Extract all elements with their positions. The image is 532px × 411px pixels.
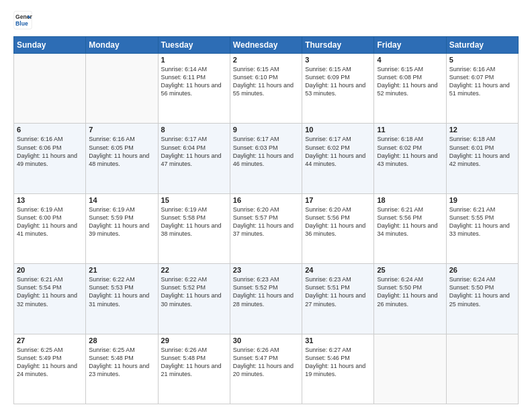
day-info: Sunrise: 6:17 AM Sunset: 6:04 PM Dayligh… xyxy=(161,135,227,168)
header: General Blue xyxy=(13,11,519,30)
day-number: 2 xyxy=(233,56,299,64)
weekday-header: Sunday xyxy=(14,37,86,54)
day-info: Sunrise: 6:16 AM Sunset: 6:05 PM Dayligh… xyxy=(89,135,154,168)
day-info: Sunrise: 6:26 AM Sunset: 5:47 PM Dayligh… xyxy=(233,346,299,379)
day-info: Sunrise: 6:17 AM Sunset: 6:02 PM Dayligh… xyxy=(305,135,371,168)
weekday-header: Tuesday xyxy=(158,37,230,54)
calendar-cell: 7Sunrise: 6:16 AM Sunset: 6:05 PM Daylig… xyxy=(86,124,158,193)
calendar-cell: 8Sunrise: 6:17 AM Sunset: 6:04 PM Daylig… xyxy=(158,124,230,193)
calendar-cell: 6Sunrise: 6:16 AM Sunset: 6:06 PM Daylig… xyxy=(14,124,86,193)
calendar-week-row: 20Sunrise: 6:21 AM Sunset: 5:54 PM Dayli… xyxy=(14,264,519,334)
day-info: Sunrise: 6:21 AM Sunset: 5:55 PM Dayligh… xyxy=(449,205,515,238)
day-info: Sunrise: 6:17 AM Sunset: 6:03 PM Dayligh… xyxy=(233,135,299,168)
day-number: 22 xyxy=(161,266,227,274)
day-info: Sunrise: 6:14 AM Sunset: 6:11 PM Dayligh… xyxy=(161,65,227,98)
day-info: Sunrise: 6:25 AM Sunset: 5:48 PM Dayligh… xyxy=(89,346,154,379)
day-info: Sunrise: 6:26 AM Sunset: 5:48 PM Dayligh… xyxy=(161,346,227,379)
calendar-cell: 17Sunrise: 6:20 AM Sunset: 5:56 PM Dayli… xyxy=(302,193,374,263)
calendar-header-row: SundayMondayTuesdayWednesdayThursdayFrid… xyxy=(14,37,519,54)
day-info: Sunrise: 6:22 AM Sunset: 5:53 PM Dayligh… xyxy=(89,275,154,308)
day-number: 31 xyxy=(305,336,371,345)
calendar-cell: 25Sunrise: 6:24 AM Sunset: 5:50 PM Dayli… xyxy=(374,264,446,334)
svg-text:Blue: Blue xyxy=(15,20,28,27)
day-number: 16 xyxy=(233,196,299,204)
calendar-week-row: 6Sunrise: 6:16 AM Sunset: 6:06 PM Daylig… xyxy=(14,124,519,193)
calendar-cell: 14Sunrise: 6:19 AM Sunset: 5:59 PM Dayli… xyxy=(86,193,158,263)
day-info: Sunrise: 6:19 AM Sunset: 5:59 PM Dayligh… xyxy=(89,205,154,238)
calendar-week-row: 1Sunrise: 6:14 AM Sunset: 6:11 PM Daylig… xyxy=(14,54,519,124)
day-info: Sunrise: 6:15 AM Sunset: 6:09 PM Dayligh… xyxy=(305,65,371,98)
calendar-cell: 19Sunrise: 6:21 AM Sunset: 5:55 PM Dayli… xyxy=(446,193,518,263)
day-number: 29 xyxy=(161,336,227,345)
calendar-cell: 30Sunrise: 6:26 AM Sunset: 5:47 PM Dayli… xyxy=(230,334,302,404)
logo-icon: General Blue xyxy=(13,11,32,30)
day-info: Sunrise: 6:20 AM Sunset: 5:56 PM Dayligh… xyxy=(305,205,371,238)
calendar-table: SundayMondayTuesdayWednesdayThursdayFrid… xyxy=(13,36,519,404)
calendar-week-row: 13Sunrise: 6:19 AM Sunset: 6:00 PM Dayli… xyxy=(14,193,519,263)
calendar-cell: 23Sunrise: 6:23 AM Sunset: 5:52 PM Dayli… xyxy=(230,264,302,334)
day-number: 27 xyxy=(17,336,83,345)
day-info: Sunrise: 6:21 AM Sunset: 5:56 PM Dayligh… xyxy=(377,205,443,238)
day-info: Sunrise: 6:18 AM Sunset: 6:02 PM Dayligh… xyxy=(377,135,443,168)
day-number: 21 xyxy=(89,266,154,274)
calendar-cell: 11Sunrise: 6:18 AM Sunset: 6:02 PM Dayli… xyxy=(374,124,446,193)
calendar-cell: 18Sunrise: 6:21 AM Sunset: 5:56 PM Dayli… xyxy=(374,193,446,263)
calendar-cell xyxy=(86,54,158,124)
day-number: 4 xyxy=(377,56,443,64)
calendar-cell: 9Sunrise: 6:17 AM Sunset: 6:03 PM Daylig… xyxy=(230,124,302,193)
day-number: 11 xyxy=(377,126,443,134)
page: General Blue SundayMondayTuesdayWednesda… xyxy=(0,0,532,411)
calendar-cell xyxy=(374,334,446,404)
day-info: Sunrise: 6:22 AM Sunset: 5:52 PM Dayligh… xyxy=(161,275,227,308)
day-info: Sunrise: 6:23 AM Sunset: 5:51 PM Dayligh… xyxy=(305,275,371,308)
calendar-cell xyxy=(14,54,86,124)
calendar-cell: 24Sunrise: 6:23 AM Sunset: 5:51 PM Dayli… xyxy=(302,264,374,334)
calendar-cell: 16Sunrise: 6:20 AM Sunset: 5:57 PM Dayli… xyxy=(230,193,302,263)
calendar-cell: 4Sunrise: 6:15 AM Sunset: 6:08 PM Daylig… xyxy=(374,54,446,124)
day-info: Sunrise: 6:24 AM Sunset: 5:50 PM Dayligh… xyxy=(377,275,443,308)
day-number: 25 xyxy=(377,266,443,274)
logo: General Blue xyxy=(13,11,32,30)
calendar-cell: 27Sunrise: 6:25 AM Sunset: 5:49 PM Dayli… xyxy=(14,334,86,404)
day-number: 5 xyxy=(449,56,515,64)
day-number: 3 xyxy=(305,56,371,64)
calendar-cell: 5Sunrise: 6:16 AM Sunset: 6:07 PM Daylig… xyxy=(446,54,518,124)
calendar-cell xyxy=(446,334,518,404)
day-info: Sunrise: 6:24 AM Sunset: 5:50 PM Dayligh… xyxy=(449,275,515,308)
day-number: 19 xyxy=(449,196,515,204)
day-number: 1 xyxy=(161,56,227,64)
day-number: 14 xyxy=(89,196,154,204)
day-number: 23 xyxy=(233,266,299,274)
day-number: 6 xyxy=(17,126,83,134)
day-info: Sunrise: 6:21 AM Sunset: 5:54 PM Dayligh… xyxy=(17,275,83,308)
calendar-cell: 22Sunrise: 6:22 AM Sunset: 5:52 PM Dayli… xyxy=(158,264,230,334)
day-info: Sunrise: 6:15 AM Sunset: 6:10 PM Dayligh… xyxy=(233,65,299,98)
day-number: 26 xyxy=(449,266,515,274)
day-number: 7 xyxy=(89,126,154,134)
weekday-header: Friday xyxy=(374,37,446,54)
day-number: 17 xyxy=(305,196,371,204)
calendar-cell: 3Sunrise: 6:15 AM Sunset: 6:09 PM Daylig… xyxy=(302,54,374,124)
day-info: Sunrise: 6:23 AM Sunset: 5:52 PM Dayligh… xyxy=(233,275,299,308)
weekday-header: Thursday xyxy=(302,37,374,54)
calendar-cell: 1Sunrise: 6:14 AM Sunset: 6:11 PM Daylig… xyxy=(158,54,230,124)
day-info: Sunrise: 6:25 AM Sunset: 5:49 PM Dayligh… xyxy=(17,346,83,379)
day-number: 9 xyxy=(233,126,299,134)
day-info: Sunrise: 6:16 AM Sunset: 6:06 PM Dayligh… xyxy=(17,135,83,168)
day-number: 18 xyxy=(377,196,443,204)
calendar-week-row: 27Sunrise: 6:25 AM Sunset: 5:49 PM Dayli… xyxy=(14,334,519,404)
day-number: 20 xyxy=(17,266,83,274)
calendar-cell: 12Sunrise: 6:18 AM Sunset: 6:01 PM Dayli… xyxy=(446,124,518,193)
calendar-cell: 21Sunrise: 6:22 AM Sunset: 5:53 PM Dayli… xyxy=(86,264,158,334)
calendar-cell: 10Sunrise: 6:17 AM Sunset: 6:02 PM Dayli… xyxy=(302,124,374,193)
day-info: Sunrise: 6:20 AM Sunset: 5:57 PM Dayligh… xyxy=(233,205,299,238)
day-number: 28 xyxy=(89,336,154,345)
weekday-header: Monday xyxy=(86,37,158,54)
day-number: 10 xyxy=(305,126,371,134)
day-number: 24 xyxy=(305,266,371,274)
weekday-header: Saturday xyxy=(446,37,518,54)
calendar-cell: 28Sunrise: 6:25 AM Sunset: 5:48 PM Dayli… xyxy=(86,334,158,404)
calendar-cell: 20Sunrise: 6:21 AM Sunset: 5:54 PM Dayli… xyxy=(14,264,86,334)
calendar-cell: 26Sunrise: 6:24 AM Sunset: 5:50 PM Dayli… xyxy=(446,264,518,334)
calendar-cell: 31Sunrise: 6:27 AM Sunset: 5:46 PM Dayli… xyxy=(302,334,374,404)
